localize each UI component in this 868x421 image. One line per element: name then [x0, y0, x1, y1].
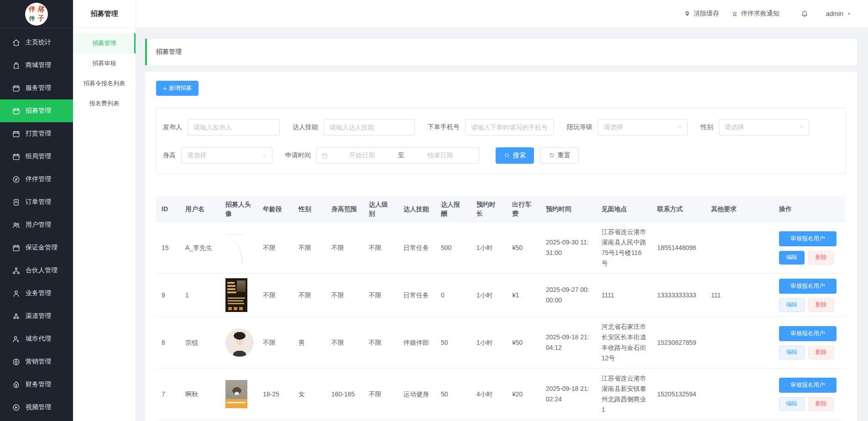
sidebar-item-label: 打赏管理 — [26, 130, 51, 138]
cell-reward: 500 — [435, 222, 471, 274]
publisher-input[interactable] — [188, 119, 280, 135]
sidebar-item[interactable]: 渠道管理 — [0, 305, 73, 327]
level-select[interactable]: 请选择 — [598, 119, 688, 135]
cell-other — [706, 317, 774, 369]
height-select[interactable]: 请选择 — [181, 147, 272, 164]
sidebar-item[interactable]: 合伙人管理 — [0, 259, 73, 282]
cell-level: 不限 — [363, 369, 398, 420]
logo-char: 搭 — [37, 5, 45, 13]
filter-apply-time: 申请时间 开始日期 至 结束日期 — [285, 147, 479, 164]
delete-button[interactable]: 删除 — [808, 251, 834, 265]
cell-contact: 15230827859 — [652, 317, 706, 369]
main-card: + 新增招募 发布人 达人技能 下单手机号 — [145, 72, 857, 421]
sidebar-item-icon — [12, 198, 21, 207]
sidebar-item[interactable]: 财务管理 — [0, 373, 73, 396]
cell-username: 1 — [180, 274, 220, 317]
sidebar-item[interactable]: 营销管理 — [0, 350, 73, 373]
submenu-item[interactable]: 招募管理 — [73, 33, 136, 53]
edit-button[interactable]: 编辑 — [779, 251, 805, 265]
edit-button[interactable]: 编辑 — [779, 397, 805, 411]
cell-username: A_李先生 — [180, 222, 220, 274]
col-header-id: ID — [156, 196, 180, 222]
cell-age: 不限 — [257, 317, 293, 369]
cell-fare: ¥50 — [507, 222, 540, 274]
cell-fare: ¥50 — [507, 317, 540, 369]
clear-cache-button[interactable]: 清除缓存 — [684, 10, 719, 18]
cell-level: 不限 — [363, 222, 398, 274]
sidebar-item[interactable]: 打赏管理 — [0, 122, 73, 145]
phone-input[interactable] — [465, 119, 554, 135]
sidebar-item-icon — [12, 335, 21, 343]
sidebar-item[interactable]: 订单管理 — [0, 191, 73, 213]
sidebar-item[interactable]: 伴伴管理 — [0, 168, 73, 191]
sidebar-item[interactable]: 主页统计 — [0, 31, 73, 54]
edit-button[interactable]: 编辑 — [779, 346, 805, 359]
sidebar-item-icon — [12, 289, 21, 298]
cell-avatar — [220, 369, 257, 420]
review-applicants-button[interactable]: 审核报名用户 — [779, 279, 837, 294]
sidebar-item[interactable]: 视频管理 — [0, 396, 73, 419]
review-applicants-button[interactable]: 审核报名用户 — [779, 378, 837, 393]
calendar-icon — [321, 152, 328, 159]
delete-button[interactable]: 删除 — [808, 397, 834, 411]
cell-gender: 不限 — [293, 222, 326, 274]
filter-skill: 达人技能 — [293, 119, 415, 135]
sidebar-item-label: 渠道管理 — [26, 312, 51, 320]
submenu-item[interactable]: 报名费列表 — [73, 94, 136, 114]
sos-notice-button[interactable]: 伴伴求救通知 — [731, 10, 779, 18]
cell-contact: 15205132594 — [652, 369, 706, 420]
cell-height: 160-165 — [326, 369, 363, 420]
cell-contact: 18551448096 — [652, 222, 706, 274]
skill-input[interactable] — [324, 119, 415, 135]
sidebar-item[interactable]: 招募管理 — [0, 99, 73, 122]
row-ops: 编辑 删除 — [779, 251, 840, 265]
cell-skill: 日常任务 — [398, 274, 435, 317]
cell-gender: 不限 — [293, 274, 326, 317]
sidebar-item[interactable]: 用户管理 — [0, 213, 73, 236]
cell-actions: 审核报名用户 编辑 删除 — [774, 369, 845, 420]
add-recruit-button[interactable]: + 新增招募 — [156, 81, 199, 96]
submenu-item-label: 招募管理 — [93, 39, 116, 47]
gender-select[interactable]: 请选择 — [719, 119, 809, 135]
delete-button[interactable]: 删除 — [808, 346, 834, 359]
sidebar-item-icon — [12, 380, 21, 389]
table-row: 7 啊秋 18-25 女 160-165 不限 运动健身 50 — [156, 369, 845, 420]
cell-height: 不限 — [326, 317, 363, 369]
review-applicants-button[interactable]: 审核报名用户 — [779, 231, 837, 246]
col-header-level: 达人级别 — [363, 196, 398, 222]
topbar: 清除缓存 伴伴求救通知 admin — [136, 0, 868, 28]
col-header-duration: 预约时长 — [471, 196, 507, 222]
delete-button[interactable]: 删除 — [808, 298, 834, 312]
username-label: admin — [826, 10, 843, 17]
user-menu[interactable]: admin — [826, 10, 852, 17]
sidebar-item[interactable]: 服务管理 — [0, 77, 73, 99]
page-title-card: 招募管理 — [145, 39, 857, 65]
cell-duration: 1小时 — [471, 222, 507, 274]
sidebar-item[interactable]: 商城管理 — [0, 54, 73, 77]
cell-skill: 运动健身 — [398, 369, 435, 420]
end-date-placeholder[interactable]: 结束日期 — [406, 151, 474, 160]
cell-avatar — [220, 317, 257, 369]
sidebar-item-label: 商城管理 — [26, 61, 51, 69]
reset-button[interactable]: 重置 — [540, 147, 579, 164]
review-applicants-button[interactable]: 审核报名用户 — [779, 326, 837, 341]
col-header-place: 见面地点 — [596, 196, 652, 222]
sidebar-item[interactable]: 组局管理 — [0, 145, 73, 168]
start-date-placeholder[interactable]: 开始日期 — [328, 151, 396, 160]
cell-username: 啊秋 — [180, 369, 220, 420]
col-header-gender: 性别 — [293, 196, 326, 222]
cell-skill: 日常任务 — [398, 222, 435, 274]
filter-panel: 发布人 达人技能 下单手机号 陪玩等级 请选择 — [156, 108, 846, 174]
notifications-button[interactable] — [800, 10, 809, 18]
sidebar-item-label: 组局管理 — [26, 152, 51, 161]
submenu-item[interactable]: 招募令报名列表 — [73, 73, 136, 94]
sidebar-item[interactable]: 保证金管理 — [0, 236, 73, 259]
sidebar-item-icon — [12, 152, 21, 161]
search-button[interactable]: 搜索 — [496, 147, 534, 164]
sidebar-item[interactable]: 城市代理 — [0, 327, 73, 350]
submenu-item[interactable]: 招募审核 — [73, 53, 136, 73]
edit-button[interactable]: 编辑 — [779, 298, 805, 312]
sidebar-item-icon — [12, 175, 21, 184]
sidebar-item[interactable]: 业务管理 — [0, 282, 73, 305]
date-range-picker[interactable]: 开始日期 至 结束日期 — [316, 147, 479, 164]
